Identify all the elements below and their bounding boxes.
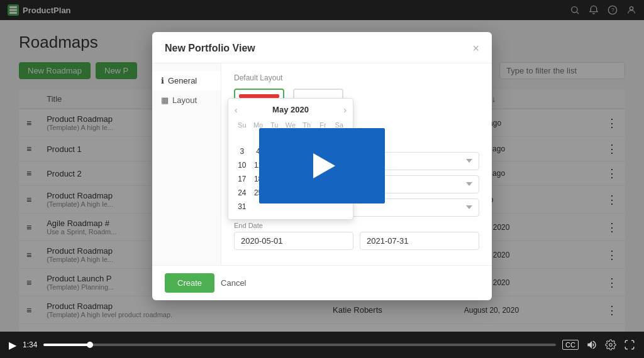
end-date-field (360, 232, 479, 250)
cal-day[interactable]: 3 (235, 145, 250, 158)
cal-month: May 2020 (272, 105, 309, 114)
general-label: General (168, 76, 197, 85)
modal-header: New Portfolio View × (152, 32, 492, 63)
settings-icon[interactable] (605, 339, 616, 350)
start-date-field (234, 232, 353, 250)
general-icon: ℹ (161, 76, 164, 85)
video-progress-track[interactable] (43, 344, 556, 346)
video-play-overlay[interactable] (259, 128, 385, 203)
cal-day[interactable]: 31 (235, 200, 250, 213)
video-play-button[interactable]: ▶ (9, 339, 16, 351)
layout-label: Layout (172, 95, 197, 105)
modal-sidebar: ℹ General ▦ Layout (152, 63, 221, 265)
video-progress-dot (87, 342, 93, 348)
play-icon (313, 153, 335, 178)
modal: New Portfolio View × ℹ General ▦ Layout … (152, 32, 492, 300)
start-date-input[interactable] (234, 232, 353, 250)
cal-day[interactable]: 24 (235, 187, 250, 199)
fullscreen-icon[interactable] (624, 339, 635, 350)
modal-overlay: New Portfolio View × ℹ General ▦ Layout … (0, 0, 644, 332)
date-range-row (234, 232, 479, 250)
modal-close-button[interactable]: × (472, 42, 479, 55)
layout-icon: ▦ (161, 95, 169, 105)
create-button[interactable]: Create (165, 273, 214, 293)
cal-day-header: Su (235, 120, 250, 130)
end-date-label: End Date (234, 222, 479, 229)
video-controls: CC (562, 339, 635, 350)
cal-next-button[interactable]: › (343, 105, 347, 115)
cancel-button[interactable]: Cancel (221, 278, 246, 288)
sidebar-item-general[interactable]: ℹ General (152, 71, 221, 90)
cal-day[interactable]: 10 (235, 159, 250, 171)
cal-header: ‹ May 2020 › (235, 105, 347, 115)
cc-button[interactable]: CC (562, 340, 579, 350)
sidebar-item-layout[interactable]: ▦ Layout (152, 90, 221, 110)
video-time: 1:34 (23, 340, 37, 349)
modal-footer: Create Cancel (152, 265, 492, 300)
video-progress-fill (43, 344, 89, 346)
video-bar: ▶ 1:34 CC (0, 332, 644, 358)
end-date-input[interactable] (360, 232, 479, 250)
cal-prev-button[interactable]: ‹ (235, 105, 238, 115)
modal-title: New Portfolio View (165, 43, 255, 54)
volume-icon[interactable] (586, 339, 597, 350)
cal-day[interactable]: 17 (235, 173, 250, 185)
default-layout-label: Default Layout (234, 73, 479, 82)
